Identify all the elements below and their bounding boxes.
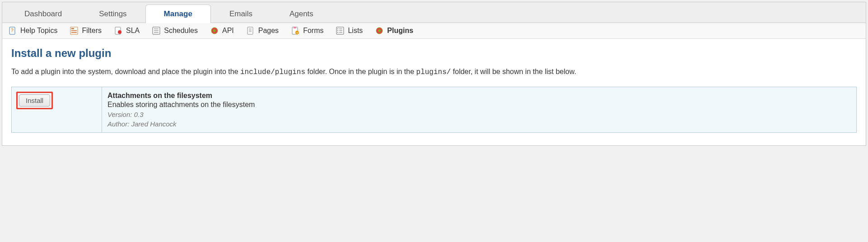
api-icon: [210, 27, 219, 35]
plugin-row: Install Attachments on the filesystem En…: [12, 87, 857, 132]
sub-filters[interactable]: Filters: [70, 27, 102, 35]
tab-manage[interactable]: Manage: [145, 5, 211, 23]
svg-point-13: [213, 29, 216, 32]
sub-pages[interactable]: Pages: [247, 27, 279, 35]
install-highlight: Install: [16, 92, 53, 109]
plugin-table: Install Attachments on the filesystem En…: [11, 87, 857, 133]
sub-sla-label: SLA: [126, 27, 140, 35]
sub-plugins-label: Plugins: [387, 27, 413, 35]
svg-text:?: ?: [11, 28, 14, 33]
sub-help-topics-label: Help Topics: [20, 27, 57, 35]
sub-schedules[interactable]: Schedules: [152, 27, 198, 35]
svg-point-26: [337, 32, 338, 33]
svg-point-24: [337, 30, 338, 31]
page-title: Install a new plugin: [11, 47, 857, 60]
plugins-icon: [375, 27, 383, 35]
svg-point-22: [337, 28, 338, 29]
sub-forms-label: Forms: [303, 27, 323, 35]
sla-icon: [114, 27, 122, 35]
plugin-description: Enables storing attachments on the files…: [107, 101, 851, 109]
sub-help-topics[interactable]: ? Help Topics: [9, 27, 57, 35]
sub-pages-label: Pages: [258, 27, 279, 35]
sub-forms[interactable]: Forms: [291, 27, 323, 35]
page-description: To add a plugin into the system, downloa…: [11, 66, 857, 79]
install-button[interactable]: Install: [19, 94, 50, 107]
svg-rect-3: [71, 28, 74, 29]
tab-settings[interactable]: Settings: [80, 5, 145, 23]
svg-rect-5: [71, 32, 77, 33]
filters-icon: [70, 27, 78, 35]
schedules-icon: [152, 27, 160, 35]
sub-lists[interactable]: Lists: [336, 27, 363, 35]
pages-icon: [247, 27, 255, 35]
tab-dashboard[interactable]: Dashboard: [6, 5, 80, 23]
tab-agents[interactable]: Agents: [271, 5, 332, 23]
svg-rect-19: [294, 27, 296, 28]
sub-api-label: API: [222, 27, 234, 35]
sub-sla[interactable]: SLA: [114, 27, 140, 35]
main-tab-bar: Dashboard Settings Manage Emails Agents: [2, 2, 866, 23]
install-cell: Install: [12, 87, 102, 132]
help-topics-icon: ?: [9, 27, 17, 35]
plugin-details-cell: Attachments on the filesystem Enables st…: [102, 87, 857, 132]
forms-icon: [291, 27, 299, 35]
lists-icon: [336, 27, 344, 35]
content-area: Install a new plugin To add a plugin int…: [2, 39, 866, 145]
plugin-name: Attachments on the filesystem: [107, 92, 851, 100]
plugin-version: Version: 0.3: [107, 111, 851, 118]
app-frame: Dashboard Settings Manage Emails Agents …: [2, 2, 866, 146]
code-path-1: include/plugins: [240, 68, 305, 76]
svg-rect-4: [71, 30, 77, 31]
svg-point-29: [378, 29, 381, 32]
tab-emails[interactable]: Emails: [211, 5, 271, 23]
svg-point-20: [295, 31, 299, 34]
sub-filters-label: Filters: [82, 27, 102, 35]
svg-rect-14: [247, 27, 253, 34]
code-path-2: plugins/: [416, 68, 451, 76]
sub-nav-bar: ? Help Topics Filters SLA Schedules: [2, 23, 866, 39]
svg-point-7: [118, 30, 121, 34]
sub-plugins[interactable]: Plugins: [375, 27, 413, 35]
sub-lists-label: Lists: [348, 27, 363, 35]
plugin-author: Author: Jared Hancock: [107, 120, 851, 128]
sub-api[interactable]: API: [210, 27, 234, 35]
sub-schedules-label: Schedules: [164, 27, 198, 35]
